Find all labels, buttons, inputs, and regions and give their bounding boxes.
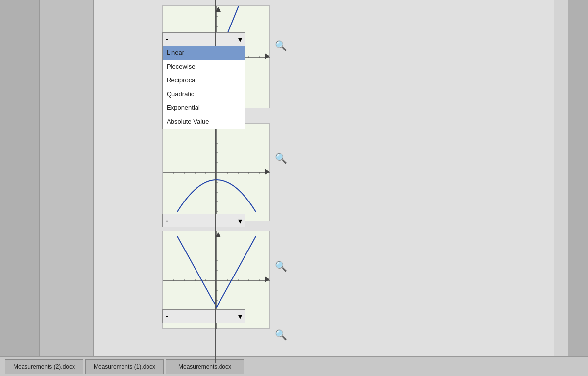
svg-marker-20	[265, 53, 270, 59]
taskbar-item-measurements[interactable]: Measurements.docx	[166, 359, 244, 374]
main-container: 🔍 - ▾ Linear Piecewise Reciprocal Quadra…	[39, 0, 568, 363]
taskbar-item-measurements-1[interactable]: Measurements (1).docx	[85, 359, 164, 374]
taskbar-item-measurements-2[interactable]: Measurements (2).docx	[5, 359, 83, 374]
dropdown-2-container: - ▾	[162, 214, 245, 227]
dropdown-item-piecewise[interactable]: Piecewise	[163, 60, 245, 74]
dropdown-item-reciprocal[interactable]: Reciprocal	[163, 74, 245, 87]
dropdown-3-container: - ▾	[162, 309, 245, 323]
dropdown-2-selected: -	[166, 216, 168, 225]
content-area: 🔍 - ▾ Linear Piecewise Reciprocal Quadra…	[94, 0, 554, 363]
dropdown-item-quadratic[interactable]: Quadratic	[163, 87, 245, 101]
left-sidebar	[40, 0, 94, 363]
taskbar: Measurements (2).docx Measurements (1).d…	[0, 356, 588, 376]
svg-marker-39	[265, 169, 270, 175]
dropdown-item-linear[interactable]: Linear	[163, 46, 245, 60]
dropdown-2-chevron: ▾	[238, 216, 242, 226]
dropdown-3-select[interactable]: - ▾	[162, 309, 245, 323]
svg-marker-57	[265, 276, 270, 282]
graph-2-svg	[163, 124, 270, 222]
magnify-icon-2[interactable]: 🔍	[275, 152, 287, 164]
dropdown-item-absolute-value[interactable]: Absolute Value	[163, 115, 245, 128]
dropdown-1-chevron: ▾	[238, 35, 242, 44]
dropdown-1-container: - ▾ Linear Piecewise Reciprocal Quadrati…	[162, 32, 245, 46]
dropdown-1-selected: -	[166, 35, 168, 44]
dropdown-3-chevron: ▾	[238, 312, 242, 321]
dropdown-item-exponential[interactable]: Exponential	[163, 101, 245, 115]
graph-2	[162, 123, 270, 221]
dropdown-3-selected: -	[166, 312, 168, 321]
dropdown-1-list: Linear Piecewise Reciprocal Quadratic Ex…	[162, 46, 245, 129]
magnify-icon-4[interactable]: 🔍	[275, 329, 287, 341]
magnify-icon-1[interactable]: 🔍	[275, 40, 287, 51]
magnify-icon-3[interactable]: 🔍	[275, 260, 287, 272]
dropdown-2-select[interactable]: - ▾	[162, 214, 245, 227]
dropdown-1-select[interactable]: - ▾	[162, 32, 245, 46]
